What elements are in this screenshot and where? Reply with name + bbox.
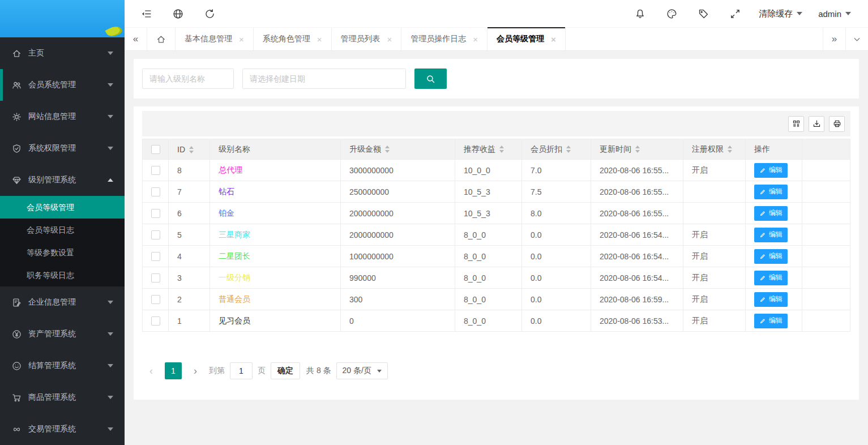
search-button[interactable] — [414, 69, 447, 89]
sidebar-subitem[interactable]: 会员等级日志 — [0, 219, 125, 241]
edit-button[interactable]: 编辑 — [754, 249, 788, 264]
tabs-scroll-right-button[interactable]: » — [823, 28, 845, 50]
toolbar-print-button[interactable] — [829, 116, 845, 132]
edit-button[interactable]: 编辑 — [754, 228, 788, 242]
sidebar-item[interactable]: 系统权限管理 — [0, 132, 125, 164]
tab-label: 管理员操作日志 — [411, 34, 466, 44]
sidebar-item[interactable]: 商品管理系统 — [0, 382, 125, 413]
confirm-page-button[interactable]: 确定 — [271, 362, 300, 379]
tab-close-icon[interactable]: × — [473, 35, 478, 44]
sort-toggle[interactable] — [566, 146, 571, 153]
column-header[interactable]: 注册权限 — [683, 139, 746, 160]
column-header[interactable]: 推荐收益 — [455, 139, 522, 160]
prev-page-button[interactable]: ‹ — [143, 362, 160, 379]
row-checkbox[interactable] — [151, 295, 160, 304]
tab-会员等级管理[interactable]: 会员等级管理× — [488, 28, 566, 50]
tab-close-icon[interactable]: × — [551, 35, 556, 44]
sidebar-item[interactable]: 结算管理系统 — [0, 350, 125, 382]
sort-desc-icon[interactable] — [499, 150, 504, 153]
tabs-menu-button[interactable] — [845, 28, 868, 50]
next-page-button[interactable]: › — [187, 362, 204, 379]
pencil-icon — [759, 210, 766, 217]
cell-actions: 编辑 — [746, 246, 802, 267]
row-checkbox[interactable] — [151, 187, 160, 196]
fullscreen-button[interactable] — [719, 0, 751, 27]
sort-toggle[interactable] — [728, 146, 732, 153]
level-name-input[interactable] — [142, 69, 234, 89]
tab-close-icon[interactable]: × — [239, 35, 244, 44]
edit-button[interactable]: 编辑 — [754, 271, 788, 285]
row-checkbox[interactable] — [151, 166, 160, 175]
sort-toggle[interactable] — [189, 146, 194, 153]
sort-asc-icon[interactable] — [189, 146, 194, 149]
sort-desc-icon[interactable] — [635, 150, 640, 153]
sort-toggle[interactable] — [499, 146, 504, 153]
edit-button[interactable]: 编辑 — [754, 163, 788, 178]
sort-desc-icon[interactable] — [728, 150, 732, 153]
sort-desc-icon[interactable] — [385, 150, 390, 153]
row-select-cell — [143, 267, 169, 289]
tab-管理员操作日志[interactable]: 管理员操作日志× — [401, 28, 488, 50]
sidebar-item[interactable]: 资产管理系统 — [0, 318, 125, 350]
user-dropdown[interactable]: admin — [810, 0, 859, 27]
create-date-input[interactable] — [242, 69, 406, 89]
sidebar-item[interactable]: 级别管理系统 — [0, 164, 125, 196]
select-all-checkbox[interactable] — [151, 145, 160, 154]
edit-button[interactable]: 编辑 — [754, 314, 788, 328]
sidebar-subitem[interactable]: 等级参数设置 — [0, 241, 125, 264]
page-size-select[interactable]: 20 条/页 — [336, 362, 388, 379]
collapse-menu-button[interactable] — [130, 0, 162, 27]
tabs-scroll-left-button[interactable]: « — [125, 28, 147, 50]
row-checkbox[interactable] — [151, 273, 160, 283]
refresh-button[interactable] — [194, 0, 225, 27]
sidebar-subitem[interactable]: 会员等级管理 — [0, 196, 125, 219]
palette-button[interactable] — [656, 0, 687, 27]
toolbar-export-button[interactable] — [809, 116, 824, 132]
sidebar-item[interactable]: 企业信息管理 — [0, 286, 125, 318]
sort-toggle[interactable] — [635, 146, 640, 153]
clear-cache-dropdown[interactable]: 清除缓存 — [751, 0, 810, 27]
smiley-icon — [12, 361, 22, 371]
sort-asc-icon[interactable] — [385, 146, 390, 148]
caret-down-icon — [108, 364, 113, 367]
column-header[interactable]: 更新时间 — [591, 139, 683, 160]
row-checkbox[interactable] — [151, 209, 160, 218]
cell-member-discount: 0.0 — [522, 224, 591, 246]
column-header[interactable]: 会员折扣 — [522, 139, 591, 160]
sort-asc-icon[interactable] — [635, 146, 640, 148]
column-header[interactable]: 升级金额 — [341, 139, 455, 160]
sidebar-item[interactable]: 会员系统管理 — [0, 69, 125, 101]
sidebar-item[interactable]: 主页 — [0, 37, 125, 69]
sort-asc-icon[interactable] — [566, 146, 571, 148]
tab-close-icon[interactable]: × — [387, 35, 392, 44]
sort-desc-icon[interactable] — [189, 151, 194, 153]
sort-toggle[interactable] — [385, 146, 390, 153]
sort-asc-icon[interactable] — [499, 146, 504, 148]
row-checkbox[interactable] — [151, 316, 160, 326]
tab-系统角色管理[interactable]: 系统角色管理× — [254, 28, 332, 50]
sidebar-item[interactable]: 交易管理系统 — [0, 413, 125, 445]
tab-基本信息管理[interactable]: 基本信息管理× — [176, 28, 254, 50]
edit-button[interactable]: 编辑 — [754, 206, 788, 221]
toolbar-columns-button[interactable] — [788, 116, 804, 132]
row-checkbox[interactable] — [151, 252, 160, 261]
goto-page-input[interactable] — [230, 362, 253, 379]
tag-button[interactable] — [687, 0, 719, 27]
logo[interactable] — [0, 0, 125, 37]
tab-home[interactable] — [147, 28, 176, 50]
sort-asc-icon[interactable] — [728, 146, 732, 148]
sidebar-item[interactable]: 网站信息管理 — [0, 101, 125, 132]
sidebar-subitem[interactable]: 职务等级日志 — [0, 264, 125, 286]
tab-管理员列表[interactable]: 管理员列表× — [332, 28, 402, 50]
globe-button[interactable] — [162, 0, 194, 27]
tab-close-icon[interactable]: × — [317, 35, 322, 44]
sort-desc-icon[interactable] — [566, 150, 571, 153]
edit-button[interactable]: 编辑 — [754, 185, 788, 199]
current-page-button[interactable]: 1 — [165, 362, 182, 379]
bell-button[interactable] — [624, 0, 656, 27]
column-header[interactable]: ID — [169, 139, 210, 160]
filler-header — [802, 139, 850, 160]
edit-button[interactable]: 编辑 — [754, 292, 788, 307]
cell-id: 6 — [169, 203, 210, 224]
row-checkbox[interactable] — [151, 230, 160, 239]
